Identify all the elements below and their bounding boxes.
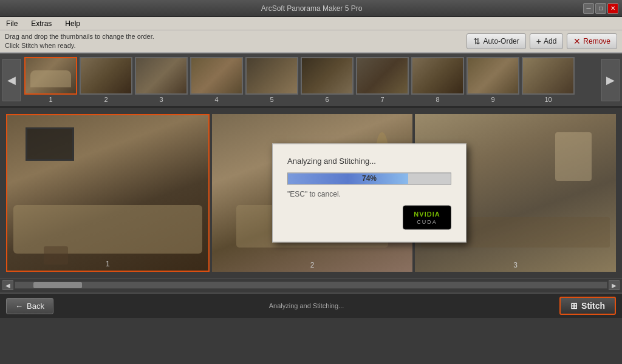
progress-text: 74% [288, 174, 451, 183]
menu-help[interactable]: Help [61, 18, 84, 29]
thumbnail-3[interactable]: 3 [135, 57, 188, 103]
main-image-label-2: 2 [212, 261, 413, 269]
thumbnail-9[interactable]: 9 [466, 57, 519, 103]
thumb-label-5: 5 [270, 96, 273, 103]
thumbnail-7[interactable]: 7 [356, 57, 409, 103]
stitch-button[interactable]: ⊞ Stitch [559, 297, 616, 315]
thumbnail-strip: ◀ 1 2 3 4 5 6 7 [0, 53, 622, 108]
thumb-image-8 [411, 57, 464, 95]
auto-order-icon: ⇅ [473, 36, 480, 46]
scroll-left-arrow[interactable]: ◀ [2, 280, 13, 290]
close-button[interactable]: ✕ [607, 3, 618, 14]
window-controls[interactable]: ─ □ ✕ [583, 3, 618, 14]
stitch-icon: ⊞ [570, 301, 578, 311]
add-icon: + [536, 36, 541, 46]
progress-track: 74% [287, 173, 451, 185]
nvidia-badge: NVIDIA CUDA [287, 206, 451, 230]
thumb-label-4: 4 [214, 96, 218, 103]
thumb-image-10 [522, 57, 575, 95]
thumbnail-6[interactable]: 6 [301, 57, 354, 103]
thumbnail-container: 1 2 3 4 5 6 7 8 [21, 57, 601, 103]
thumb-label-9: 9 [491, 96, 494, 103]
thumb-label-7: 7 [380, 96, 384, 103]
thumb-image-9 [466, 57, 519, 95]
strip-next-arrow[interactable]: ▶ [601, 59, 620, 101]
thumb-label-2: 2 [104, 96, 108, 103]
title-text: ArcSoft Panorama Maker 5 Pro [40, 4, 583, 13]
progress-title: Analyzing and Stitching... [287, 157, 451, 166]
thumb-label-10: 10 [544, 96, 552, 103]
esc-hint: "ESC" to cancel. [287, 190, 451, 198]
thumbnail-2[interactable]: 2 [80, 57, 132, 103]
main-image-1[interactable]: 1 [6, 114, 210, 272]
maximize-button[interactable]: □ [595, 3, 606, 14]
main-image-area: 1 2 3 Analyzing and Stitching... 74% "ES… [0, 108, 622, 278]
menu-extras[interactable]: Extras [27, 18, 55, 29]
remove-button[interactable]: ✕ Remove [567, 33, 617, 49]
auto-order-button[interactable]: ⇅ Auto-Order [466, 33, 525, 49]
remove-icon: ✕ [573, 36, 581, 46]
scrollbar-track[interactable] [15, 281, 607, 289]
thumb-image-2 [80, 57, 132, 95]
scroll-right-arrow[interactable]: ▶ [609, 280, 620, 290]
toolbar-instructions: Drag and drop the thumbnails to change t… [5, 32, 154, 51]
thumbnail-8[interactable]: 8 [411, 57, 464, 103]
thumb-image-7 [356, 57, 409, 95]
thumb-image-4 [190, 57, 243, 95]
thumbnail-4[interactable]: 4 [190, 57, 243, 103]
nvidia-logo: NVIDIA CUDA [403, 206, 451, 230]
thumb-image-6 [301, 57, 354, 95]
toolbar: Drag and drop the thumbnails to change t… [0, 30, 622, 53]
scrollbar-thumb[interactable] [33, 282, 82, 288]
nvidia-text: NVIDIA [414, 211, 440, 218]
cuda-text: CUDA [417, 219, 437, 225]
scrollbar-area[interactable]: ◀ ▶ [0, 278, 622, 292]
bottom-bar: ← Back Analyzing and Stitching... ⊞ Stit… [0, 292, 622, 318]
thumb-image-5 [245, 57, 298, 95]
scene-detail-1 [7, 115, 208, 271]
back-button[interactable]: ← Back [6, 298, 53, 314]
menu-bar: File Extras Help [0, 17, 622, 30]
thumb-label-8: 8 [436, 96, 439, 103]
strip-prev-arrow[interactable]: ◀ [2, 59, 21, 101]
thumb-label-3: 3 [159, 96, 163, 103]
main-image-label-1: 1 [7, 260, 208, 268]
toolbar-buttons: ⇅ Auto-Order + Add ✕ Remove [466, 33, 617, 49]
thumb-label-1: 1 [49, 96, 52, 103]
minimize-button[interactable]: ─ [583, 3, 594, 14]
menu-file[interactable]: File [2, 18, 21, 29]
thumb-image-1 [24, 57, 77, 95]
main-image-label-3: 3 [415, 261, 616, 269]
thumbnail-1[interactable]: 1 [24, 57, 77, 103]
thumb-label-6: 6 [325, 96, 329, 103]
add-button[interactable]: + Add [530, 33, 564, 49]
status-bar: Analyzing and Stitching... [269, 302, 344, 309]
progress-dialog: Analyzing and Stitching... 74% "ESC" to … [272, 144, 466, 243]
thumbnail-5[interactable]: 5 [245, 57, 298, 103]
thumbnail-10[interactable]: 10 [522, 57, 575, 103]
thumb-image-3 [135, 57, 188, 95]
picture-frame [26, 127, 74, 161]
back-arrow-icon: ← [15, 302, 23, 311]
title-bar: ArcSoft Panorama Maker 5 Pro ─ □ ✕ [0, 0, 622, 17]
